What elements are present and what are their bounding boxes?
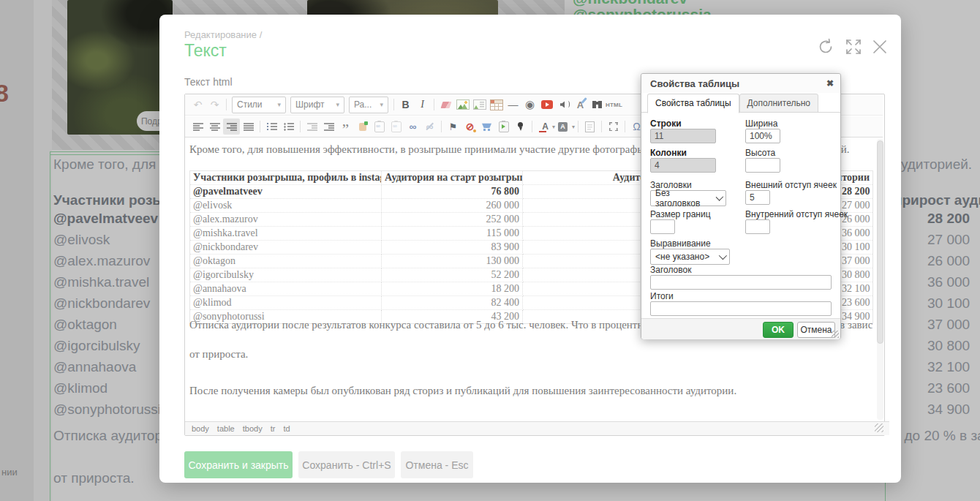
summary-label: Итоги (650, 291, 674, 301)
dialog-cancel-button[interactable]: Отмена (797, 322, 835, 338)
youtube-icon[interactable] (538, 97, 555, 113)
border-size-input[interactable] (650, 219, 675, 234)
caption-input[interactable] (650, 275, 832, 290)
width-label: Ширина (745, 118, 777, 129)
bold-icon[interactable]: B (397, 97, 414, 113)
toolbar-separator (625, 121, 625, 132)
align-justify-icon[interactable] (240, 118, 257, 135)
height-input[interactable] (745, 158, 780, 173)
align-right-icon[interactable] (223, 118, 240, 135)
tab-table-properties[interactable]: Свойства таблицы (647, 94, 739, 113)
path-item[interactable]: body (192, 424, 209, 433)
audio-icon[interactable] (555, 97, 572, 113)
dialog-resize-grip[interactable] (832, 331, 839, 338)
cell-spacing-label: Внешний отступ ячеек (745, 180, 837, 190)
horizontal-rule-icon[interactable]: — (505, 97, 521, 113)
maximize-icon[interactable] (605, 118, 622, 135)
table-header-cell: Участники розыгрыша, профиль в instagram (190, 171, 382, 185)
headers-select[interactable]: Без заголовков (650, 190, 726, 206)
italic-icon[interactable]: I (414, 97, 431, 113)
toolbar-separator (434, 99, 434, 110)
align-left-icon[interactable] (189, 118, 206, 135)
ordered-list-icon[interactable] (263, 118, 280, 135)
autocorrect-icon[interactable]: A (572, 97, 589, 113)
table-icon[interactable] (488, 97, 505, 113)
tab-advanced[interactable]: Дополнительно (739, 94, 818, 113)
editor-resize-grip[interactable] (875, 423, 883, 432)
alignment-label: Выравнивание (650, 238, 711, 249)
rows-label: Строки (650, 118, 682, 129)
columns-label: Колонки (650, 148, 687, 158)
html-source-icon[interactable]: HTML (606, 97, 622, 113)
alignment-select[interactable]: <не указано> (650, 249, 730, 265)
dialog-footer: OK Отмена (641, 318, 840, 339)
toolbar-separator (300, 121, 301, 132)
align-center-icon[interactable] (206, 118, 223, 135)
map-pin-icon[interactable] (512, 118, 529, 135)
save-and-close-button[interactable]: Сохранить и закрыть (184, 451, 293, 478)
no-index-icon[interactable]: ⊘ (461, 118, 478, 135)
link-icon[interactable]: ∞ (404, 118, 421, 135)
bg-color-icon[interactable]: A (555, 118, 575, 135)
unordered-list-icon[interactable] (280, 118, 297, 135)
redo-icon[interactable]: ↷ (206, 97, 223, 113)
dialog-tabs: Свойства таблицы Дополнительно (647, 94, 818, 113)
cell-padding-input[interactable] (745, 219, 770, 234)
toolbar-separator (226, 99, 227, 110)
font-select[interactable]: Шрифт (290, 97, 344, 113)
cart-icon[interactable] (478, 118, 495, 135)
path-item[interactable]: tbody (243, 424, 263, 433)
page-break-icon[interactable] (581, 118, 598, 135)
ok-button[interactable]: OK (763, 322, 794, 338)
editor-scrollbar[interactable] (877, 139, 883, 420)
toolbar-separator (578, 121, 578, 132)
flag-icon[interactable]: ⚑ (445, 118, 461, 135)
editor-paragraph: После получения камеры был опубликован р… (189, 385, 872, 397)
fullscreen-icon[interactable] (843, 37, 864, 57)
anchor-icon[interactable] (354, 118, 371, 135)
toolbar-separator (601, 121, 602, 132)
paste-word-icon[interactable] (388, 118, 404, 135)
unlink-icon[interactable]: ∞ (421, 118, 438, 135)
dialog-close-icon[interactable]: ✖ (826, 78, 834, 88)
eraser-icon[interactable] (437, 97, 454, 113)
undo-icon[interactable]: ↶ (189, 97, 206, 113)
blockquote-icon[interactable]: ” (337, 116, 354, 138)
summary-input[interactable] (650, 301, 832, 316)
cancel-button[interactable]: Отмена - Esc (401, 451, 473, 478)
breadcrumb: Редактирование / (184, 29, 262, 40)
outdent-icon[interactable] (304, 118, 320, 135)
chevron-down-icon (719, 252, 727, 260)
path-item[interactable]: tr (271, 424, 276, 433)
page-title: Текст (184, 41, 227, 61)
cell-spacing-input[interactable] (745, 190, 770, 205)
image-icon[interactable] (454, 97, 471, 113)
size-select[interactable]: Ра... (349, 97, 388, 113)
paste-icon[interactable] (371, 118, 388, 135)
find-icon[interactable] (589, 97, 606, 113)
table-header-cell: Прирост аудитории (839, 171, 873, 185)
indent-icon[interactable] (320, 118, 337, 135)
refresh-icon[interactable] (815, 37, 836, 57)
table-header-cell: Аудитория на старт розыгрыша (382, 171, 523, 185)
chevron-down-icon (715, 193, 723, 201)
path-item[interactable]: td (283, 424, 290, 433)
toolbar-separator (260, 121, 260, 132)
rows-input[interactable] (650, 129, 716, 143)
alignment-select-value: <не указано> (655, 252, 709, 262)
element-path-bar: body table tbody tr td (185, 421, 889, 435)
image-text-icon[interactable] (471, 97, 488, 113)
height-label: Высота (745, 148, 775, 158)
close-icon[interactable] (870, 37, 890, 57)
styles-select[interactable]: Стили (232, 97, 286, 113)
save-button[interactable]: Сохранить - Ctrl+S (298, 451, 395, 478)
paste-plain-icon[interactable] (495, 118, 512, 135)
cell-padding-label: Внутренний отступ ячеек (745, 209, 848, 219)
media-icon[interactable]: ◉ (521, 97, 538, 113)
width-input[interactable] (745, 129, 780, 143)
toolbar-separator (393, 99, 394, 110)
scrollbar-thumb[interactable] (877, 140, 883, 344)
text-color-icon[interactable]: A (535, 118, 555, 135)
columns-input[interactable] (650, 158, 716, 173)
path-item[interactable]: table (217, 424, 235, 433)
